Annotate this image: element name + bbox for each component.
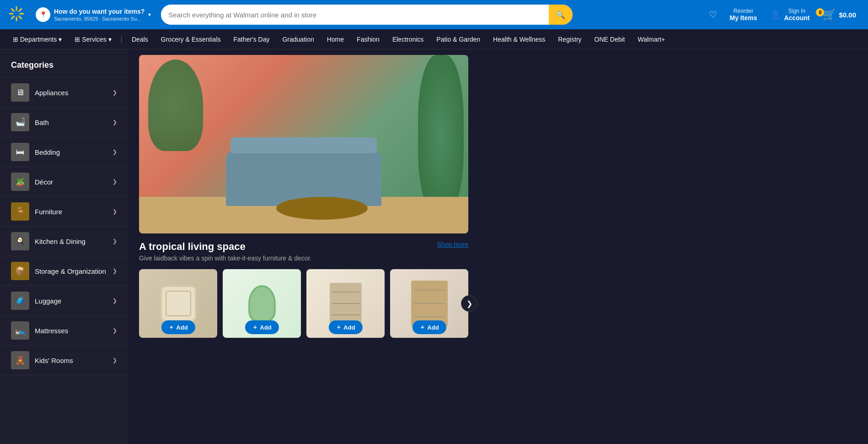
search-input[interactable]	[161, 5, 549, 25]
cart-icon: 🛒 0	[822, 8, 836, 21]
delivery-subtitle: Sacramento, 95829 · Sacramento Su...	[54, 16, 145, 22]
category-thumb-0: 🖥	[11, 83, 29, 102]
services-button[interactable]: ⊞ Services ▾	[69, 33, 117, 46]
sidebar-item-luggage[interactable]: 🧳Luggage❯	[0, 286, 128, 315]
sidebar-item-d-cor[interactable]: 🪴Décor❯	[0, 167, 128, 196]
category-chevron-9: ❯	[113, 357, 117, 363]
signin-line2: Account	[784, 14, 809, 22]
category-name-6: Storage & Organization	[35, 267, 107, 275]
cart-amount: $0.00	[839, 11, 856, 19]
heart-icon: ♡	[709, 9, 717, 20]
grid-icon: ⊞	[13, 36, 18, 43]
category-thumb-7: 🧳	[11, 292, 29, 310]
plant-left-decoration	[148, 60, 203, 151]
reorder-line2: My Items	[730, 14, 757, 22]
sidebar-item-bath[interactable]: 🛁Bath❯	[0, 107, 128, 137]
category-thumb-3: 🪴	[11, 173, 29, 191]
sidebar-item-appliances[interactable]: 🖥Appliances❯	[0, 77, 128, 107]
category-chevron-5: ❯	[113, 238, 117, 244]
add-pillow-button[interactable]: ＋ Add	[161, 320, 195, 334]
chevron-right-icon: ❯	[466, 299, 472, 308]
nav-walmart-plus[interactable]: Walmart+	[632, 33, 671, 46]
departments-button[interactable]: ⊞ Departments ▾	[7, 33, 67, 46]
section-header: A tropical living space Shop more	[139, 241, 468, 253]
sidebar-item-bedding[interactable]: 🛏Bedding❯	[0, 137, 128, 167]
sidebar-item-mattresses[interactable]: 🛌Mattresses❯	[0, 315, 128, 345]
add-bookshelf-button[interactable]: ＋ Add	[412, 320, 446, 334]
category-chevron-2: ❯	[113, 149, 117, 155]
reorder-button[interactable]: Reorder My Items	[725, 5, 762, 24]
section-title: A tropical living space	[139, 241, 246, 253]
nav-graduation[interactable]: Graduation	[277, 33, 319, 46]
header: 📍 How do you want your items? Sacramento…	[0, 0, 868, 29]
plus-icon-bookshelf: ＋	[419, 323, 425, 331]
signin-line1: Sign In	[784, 8, 809, 14]
plus-icon-shelf: ＋	[336, 323, 342, 331]
services-icon: ⊞	[75, 36, 80, 43]
nav-onedebit[interactable]: ONE Debit	[589, 33, 631, 46]
departments-label: Departments	[20, 36, 57, 43]
category-thumb-9: 🧸	[11, 351, 29, 369]
pillow-shape	[160, 285, 197, 322]
hero-image-container	[139, 55, 468, 233]
sidebar-item-kids--rooms[interactable]: 🧸Kids' Rooms❯	[0, 345, 128, 375]
category-chevron-3: ❯	[113, 179, 117, 185]
delivery-chevron: ▾	[148, 11, 151, 18]
nav-electronics[interactable]: Electronics	[387, 33, 429, 46]
cart-button[interactable]: 🛒 0 $0.00	[818, 5, 861, 24]
search-icon: 🔍	[556, 11, 565, 19]
category-chevron-4: ❯	[113, 208, 117, 215]
product-card-bookshelf: ＋ Add	[390, 269, 468, 338]
services-chevron: ▾	[108, 36, 112, 43]
shop-more-button[interactable]: Shop more	[437, 241, 468, 248]
add-shelf-button[interactable]: ＋ Add	[328, 320, 362, 334]
plus-icon: ＋	[168, 323, 174, 331]
category-name-3: Décor	[35, 178, 107, 186]
category-list: 🖥Appliances❯🛁Bath❯🛏Bedding❯🪴Décor❯🪑Furni…	[0, 77, 128, 375]
signin-button[interactable]: 👤 Sign In Account	[765, 5, 814, 24]
nav-registry[interactable]: Registry	[552, 33, 587, 46]
category-chevron-8: ❯	[113, 327, 117, 334]
wishlist-button[interactable]: ♡	[704, 6, 722, 23]
nav-grocery[interactable]: Grocery & Essentials	[155, 33, 226, 46]
category-thumb-6: 📦	[11, 262, 29, 280]
sidebar-item-kitchen---dining[interactable]: 🍳Kitchen & Dining❯	[0, 226, 128, 256]
plus-icon-vase: ＋	[252, 323, 258, 331]
category-name-8: Mattresses	[35, 327, 107, 335]
product-card-pillow: ＋ Add	[139, 269, 217, 338]
content-area: A tropical living space Shop more Give l…	[128, 49, 868, 444]
nav-patio[interactable]: Patio & Garden	[431, 33, 486, 46]
search-button[interactable]: 🔍	[549, 5, 573, 25]
sidebar: Categories 🖥Appliances❯🛁Bath❯🛏Bedding❯🪴D…	[0, 49, 128, 444]
nav-fathersday[interactable]: Father's Day	[228, 33, 275, 46]
plant-right-decoration	[418, 55, 464, 215]
nav-fashion[interactable]: Fashion	[351, 33, 385, 46]
nav-deals[interactable]: Deals	[126, 33, 154, 46]
add-vase-button[interactable]: ＋ Add	[245, 320, 279, 334]
category-chevron-6: ❯	[113, 268, 117, 274]
bookshelf-shape	[411, 281, 448, 326]
category-name-1: Bath	[35, 119, 107, 126]
category-chevron-7: ❯	[113, 298, 117, 304]
category-thumb-2: 🛏	[11, 143, 29, 161]
nav-health[interactable]: Health & Wellness	[488, 33, 551, 46]
sidebar-item-storage---organization[interactable]: 📦Storage & Organization❯	[0, 256, 128, 286]
delivery-selector[interactable]: 📍 How do you want your items? Sacramento…	[31, 5, 155, 25]
nav-divider: |	[119, 35, 124, 43]
hero-image	[139, 55, 468, 233]
category-name-0: Appliances	[35, 89, 107, 97]
carousel-next-button[interactable]: ❯	[461, 295, 477, 312]
header-actions: ♡ Reorder My Items 👤 Sign In Account 🛒 0…	[704, 5, 861, 24]
category-thumb-8: 🛌	[11, 321, 29, 340]
nav-home[interactable]: Home	[321, 33, 349, 46]
shelf-shape	[330, 283, 362, 324]
sidebar-item-furniture[interactable]: 🪑Furniture❯	[0, 196, 128, 226]
product-card-shelf: ＋ Add	[306, 269, 385, 338]
departments-chevron: ▾	[59, 36, 62, 43]
category-name-9: Kids' Rooms	[35, 357, 107, 364]
product-card-vase: ＋ Add	[223, 269, 301, 338]
section-subtitle: Give laidback vibes a spin with take-it-…	[139, 254, 857, 262]
walmart-logo	[7, 5, 26, 25]
category-name-5: Kitchen & Dining	[35, 238, 107, 245]
category-name-4: Furniture	[35, 208, 107, 216]
